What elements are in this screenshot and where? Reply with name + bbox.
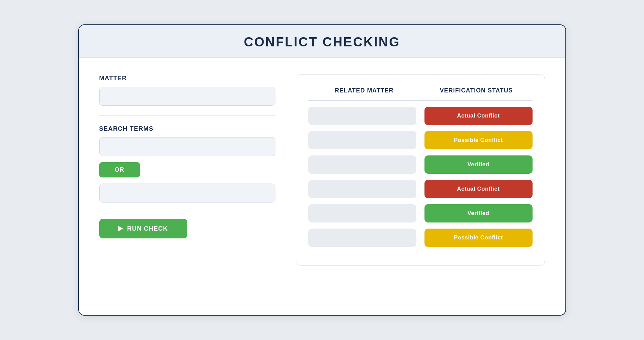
matter-pill xyxy=(308,229,416,247)
main-card: CONFLICT CHECKING MATTER SEARCH TERMS OR… xyxy=(78,24,566,316)
matter-input[interactable] xyxy=(99,87,275,106)
matter-pill xyxy=(308,107,416,125)
divider xyxy=(99,115,275,115)
search-term-2-input[interactable] xyxy=(99,184,275,203)
status-badge: Possible Conflict xyxy=(424,131,533,149)
matter-pill xyxy=(308,131,416,149)
matter-pill xyxy=(308,180,416,198)
status-badge: Verified xyxy=(424,155,533,174)
status-badge: Verified xyxy=(424,204,533,222)
play-icon xyxy=(118,226,123,231)
results-rows: Actual ConflictPossible ConflictVerified… xyxy=(308,107,533,247)
status-badge: Actual Conflict xyxy=(424,180,533,198)
results-header: RELATED MATTER VERIFICATION STATUS xyxy=(308,87,533,101)
table-row: Possible Conflict xyxy=(308,131,533,149)
or-button[interactable]: OR xyxy=(99,162,140,177)
search-term-1-input[interactable] xyxy=(99,137,275,156)
table-row: Verified xyxy=(308,204,533,222)
table-row: Actual Conflict xyxy=(308,180,533,198)
search-terms-label: SEARCH TERMS xyxy=(99,125,275,132)
right-panel: RELATED MATTER VERIFICATION STATUS Actua… xyxy=(296,75,545,265)
col-verification-status: VERIFICATION STATUS xyxy=(420,87,533,94)
table-row: Possible Conflict xyxy=(308,229,533,247)
col-related-matter: RELATED MATTER xyxy=(308,87,420,94)
table-row: Verified xyxy=(308,155,533,174)
card-body: MATTER SEARCH TERMS OR RUN CHECK RELATED… xyxy=(79,58,565,282)
card-header: CONFLICT CHECKING xyxy=(79,25,565,58)
page-title: CONFLICT CHECKING xyxy=(79,35,565,49)
search-terms-section: SEARCH TERMS OR xyxy=(99,125,275,203)
table-row: Actual Conflict xyxy=(308,107,533,125)
status-badge: Possible Conflict xyxy=(424,229,533,247)
matter-label: MATTER xyxy=(99,75,275,82)
matter-pill xyxy=(308,155,416,174)
matter-pill xyxy=(308,204,416,222)
left-panel: MATTER SEARCH TERMS OR RUN CHECK xyxy=(99,75,275,238)
run-check-button[interactable]: RUN CHECK xyxy=(99,219,187,238)
status-badge: Actual Conflict xyxy=(424,107,533,125)
